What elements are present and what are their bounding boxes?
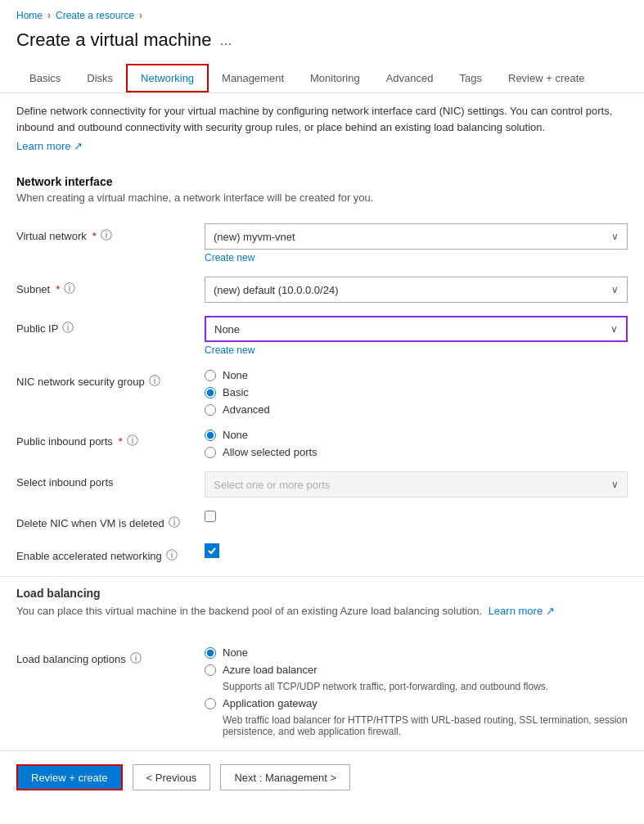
chevron-down-icon: ∨ xyxy=(611,479,619,490)
lb-option-azure-lb[interactable]: Azure load balancer xyxy=(205,664,628,676)
accelerated-networking-row: Enable accelerated networking ⓘ xyxy=(0,537,644,570)
inbound-ports-radio-group: None Allow selected ports xyxy=(205,429,628,458)
breadcrumb-create-resource[interactable]: Create a resource xyxy=(56,10,134,21)
select-inbound-ports-row: Select inbound ports Select one or more … xyxy=(0,465,644,504)
inbound-ports-none[interactable]: None xyxy=(205,429,628,441)
load-balancing-title: Load balancing xyxy=(16,587,628,600)
chevron-down-icon: ∨ xyxy=(610,323,618,335)
load-balancing-radio-group: None Azure load balancer Supports all TC… xyxy=(205,646,628,737)
subnet-info-icon[interactable]: ⓘ xyxy=(64,281,75,296)
select-inbound-ports-select[interactable]: Select one or more ports ∨ xyxy=(205,471,628,498)
nic-security-none[interactable]: None xyxy=(205,369,628,381)
load-balancing-desc: You can place this virtual machine in th… xyxy=(16,605,628,617)
select-inbound-control: Select one or more ports ∨ xyxy=(205,471,628,498)
load-balancing-options-row: Load balancing options ⓘ None Azure load… xyxy=(0,640,644,744)
select-inbound-label: Select inbound ports xyxy=(16,476,114,489)
virtual-network-info-icon[interactable]: ⓘ xyxy=(101,228,112,243)
previous-button[interactable]: < Previous xyxy=(133,764,211,790)
accelerated-networking-info-icon[interactable]: ⓘ xyxy=(166,548,178,563)
lb-azure-sub-desc: Supports all TCP/UDP network traffic, po… xyxy=(223,681,628,692)
load-balancing-options-info-icon[interactable]: ⓘ xyxy=(130,651,142,666)
subnet-label: Subnet xyxy=(16,283,50,295)
nic-security-info-icon[interactable]: ⓘ xyxy=(149,374,160,389)
subnet-control: (new) default (10.0.0.0/24) ∨ xyxy=(205,277,628,303)
nic-security-advanced[interactable]: Advanced xyxy=(205,403,628,416)
breadcrumb-home[interactable]: Home xyxy=(16,10,43,21)
accelerated-networking-control xyxy=(205,543,628,558)
page-header: Create a virtual machine ... xyxy=(0,26,644,64)
inbound-ports-control: None Allow selected ports xyxy=(205,429,628,458)
load-balancing-section: Load balancing You can place this virtua… xyxy=(0,583,644,640)
lb-option-none[interactable]: None xyxy=(205,646,628,659)
nic-security-radio-group: None Basic Advanced xyxy=(205,369,628,416)
virtual-network-control: (new) myvm-vnet ∨ Create new xyxy=(205,223,628,263)
review-create-button[interactable]: Review + create xyxy=(16,764,123,790)
public-ip-label: Public IP xyxy=(16,322,58,335)
network-interface-title: Network interface xyxy=(16,175,628,188)
public-ip-select[interactable]: None ∨ xyxy=(205,316,628,342)
footer: Review + create < Previous Next : Manage… xyxy=(0,750,644,804)
chevron-down-icon: ∨ xyxy=(611,284,619,295)
page-title: Create a virtual machine xyxy=(16,29,211,51)
public-inbound-ports-row: Public inbound ports * ⓘ None Allow sele… xyxy=(0,422,644,465)
inbound-ports-label: Public inbound ports xyxy=(16,435,113,448)
tab-management[interactable]: Management xyxy=(209,65,297,91)
section-description: Define network connectivity for your vir… xyxy=(0,93,644,140)
load-balancing-options-control: None Azure load balancer Supports all TC… xyxy=(205,646,628,737)
delete-nic-checkbox[interactable] xyxy=(205,511,628,522)
nic-security-label: NIC network security group xyxy=(16,376,145,388)
subnet-row: Subnet * ⓘ (new) default (10.0.0.0/24) ∨ xyxy=(0,270,644,309)
tab-advanced[interactable]: Advanced xyxy=(373,65,447,91)
nic-security-control: None Basic Advanced xyxy=(205,369,628,416)
lb-appgw-sub-desc: Web traffic load balancer for HTTP/HTTPS… xyxy=(223,714,628,737)
public-ip-info-icon[interactable]: ⓘ xyxy=(62,321,74,335)
public-ip-row: Public IP ⓘ None ∨ Create new xyxy=(0,309,644,362)
nic-security-group-row: NIC network security group ⓘ None Basic … xyxy=(0,362,644,422)
learn-more-link[interactable]: Learn more ↗ xyxy=(0,140,644,165)
delete-nic-row: Delete NIC when VM is deleted ⓘ xyxy=(0,504,644,537)
delete-nic-control xyxy=(205,511,628,522)
public-ip-create-new[interactable]: Create new xyxy=(205,344,628,356)
delete-nic-info-icon[interactable]: ⓘ xyxy=(169,516,180,530)
load-balancing-options-label: Load balancing options xyxy=(16,653,126,665)
network-interface-desc: When creating a virtual machine, a netwo… xyxy=(16,191,628,204)
subnet-select[interactable]: (new) default (10.0.0.0/24) ∨ xyxy=(205,277,628,303)
tab-networking[interactable]: Networking xyxy=(126,64,209,92)
inbound-ports-allow[interactable]: Allow selected ports xyxy=(205,446,628,458)
tab-monitoring[interactable]: Monitoring xyxy=(297,65,373,91)
breadcrumb: Home › Create a resource › xyxy=(0,0,644,26)
tab-disks[interactable]: Disks xyxy=(74,65,126,91)
virtual-network-label: Virtual network xyxy=(16,230,87,242)
nic-security-basic[interactable]: Basic xyxy=(205,386,628,398)
virtual-network-select[interactable]: (new) myvm-vnet ∨ xyxy=(205,223,628,250)
next-button[interactable]: Next : Management > xyxy=(220,764,350,790)
inbound-ports-info-icon[interactable]: ⓘ xyxy=(127,434,138,448)
more-options-icon[interactable]: ... xyxy=(219,32,232,49)
network-interface-section: Network interface When creating a virtua… xyxy=(0,165,644,217)
external-link-icon: ↗ xyxy=(546,605,555,617)
tab-tags[interactable]: Tags xyxy=(447,65,495,91)
delete-nic-label: Delete NIC when VM is deleted xyxy=(16,517,164,529)
accelerated-networking-checkbox[interactable] xyxy=(205,543,628,558)
chevron-down-icon: ∨ xyxy=(611,231,619,242)
virtual-network-row: Virtual network * ⓘ (new) myvm-vnet ∨ Cr… xyxy=(0,217,644,270)
public-ip-control: None ∨ Create new xyxy=(205,316,628,356)
tab-review-create[interactable]: Review + create xyxy=(495,65,598,91)
tabs-nav: Basics Disks Networking Management Monit… xyxy=(0,64,644,93)
load-balancing-learn-more[interactable]: Learn more ↗ xyxy=(489,605,555,617)
tab-basics[interactable]: Basics xyxy=(16,65,74,91)
accelerated-networking-label: Enable accelerated networking xyxy=(16,550,162,562)
virtual-network-create-new[interactable]: Create new xyxy=(205,252,628,263)
external-link-icon: ↗ xyxy=(74,140,83,152)
lb-option-app-gateway[interactable]: Application gateway xyxy=(205,697,628,709)
